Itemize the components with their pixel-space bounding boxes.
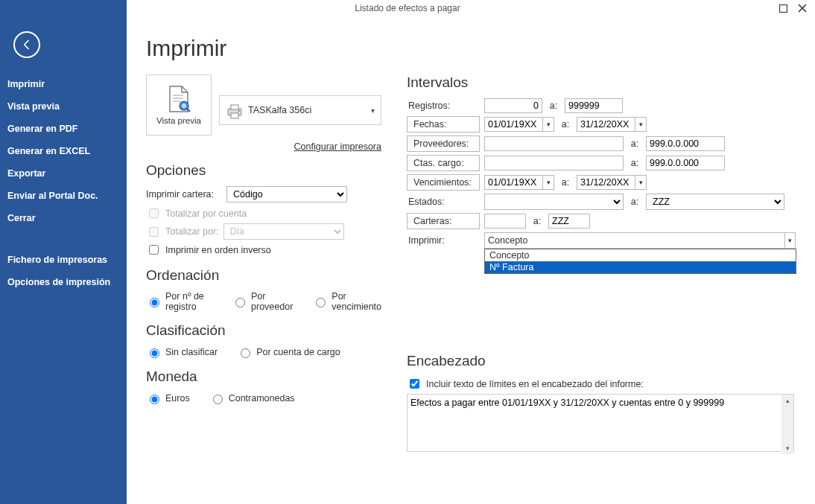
imprimir-orden-inverso-checkbox[interactable] — [149, 245, 159, 255]
imprimir-opt-factura[interactable]: Nº Factura — [485, 261, 796, 273]
opciones-heading: Opciones — [146, 162, 381, 179]
estados-to-select[interactable]: ZZZ — [646, 194, 784, 210]
fechas-from-dropdown[interactable]: ▾ — [542, 117, 554, 132]
svg-point-12 — [238, 110, 240, 112]
svg-rect-10 — [231, 105, 238, 109]
intervalos-heading: Intervalos — [407, 74, 796, 91]
preview-button[interactable]: Vista previa — [146, 74, 212, 135]
chevron-down-icon: ▾ — [371, 106, 375, 115]
radio-euros[interactable]: Euros — [146, 392, 190, 404]
proveedores-to-input[interactable] — [646, 136, 725, 151]
radio-por-proveedor[interactable]: Por proveedor — [232, 291, 293, 312]
configure-printer-link[interactable]: Configurar impresora — [146, 141, 381, 152]
scroll-down-icon[interactable]: ▾ — [781, 442, 793, 454]
printer-icon — [226, 104, 241, 116]
svg-rect-11 — [231, 113, 238, 118]
totalizar-por-checkbox — [149, 227, 159, 237]
imprimir-orden-inverso-label: Imprimir en orden inverso — [165, 245, 271, 255]
imprimir-cartera-select[interactable]: Código — [226, 186, 347, 202]
sidebar-item-cerrar[interactable]: Cerrar — [0, 207, 127, 229]
document-magnifier-icon — [167, 85, 191, 113]
sidebar-item-imprimir[interactable]: Imprimir — [0, 73, 127, 95]
fechas-to-input[interactable] — [577, 117, 635, 132]
imprimir-label: Imprimir: — [407, 234, 480, 247]
ctas-from-input[interactable] — [484, 156, 624, 170]
estados-label: Estados: — [407, 195, 480, 208]
moneda-heading: Moneda — [146, 369, 381, 385]
a-label: a: — [547, 101, 560, 111]
fechas-to-dropdown[interactable]: ▾ — [635, 117, 647, 132]
encabezado-heading: Encabezado — [407, 353, 796, 369]
sidebar-item-generar-excel[interactable]: Generar en EXCEL — [0, 140, 127, 162]
imprimir-listbox[interactable]: Concepto Nº Factura — [484, 249, 796, 274]
venc-from-input[interactable] — [484, 175, 542, 190]
radio-contramonedas[interactable]: Contramonedas — [209, 392, 295, 404]
registros-label: Registros: — [407, 99, 480, 112]
back-button[interactable] — [13, 31, 40, 58]
radio-por-cuenta-cargo[interactable]: Por cuenta de cargo — [237, 346, 340, 358]
sidebar-item-enviar-portal[interactable]: Enviar al Portal Doc. — [0, 185, 127, 207]
svg-point-7 — [182, 103, 186, 108]
imprimir-cartera-label: Imprimir cartera: — [146, 189, 221, 200]
sidebar-item-fichero-impresoras[interactable]: Fichero de impresoras — [0, 249, 127, 271]
totalizar-por-cuenta-checkbox — [149, 208, 159, 218]
fechas-button[interactable]: Fechas: — [407, 116, 480, 133]
textarea-scrollbar[interactable]: ▴ ▾ — [781, 395, 793, 454]
registros-to-input[interactable] — [565, 98, 623, 113]
registros-from-input[interactable] — [484, 98, 542, 113]
proveedores-button[interactable]: Proveedores: — [407, 135, 480, 152]
a-label: a: — [628, 138, 641, 149]
carteras-button[interactable]: Carteras: — [407, 213, 480, 229]
estados-from-select[interactable] — [484, 194, 624, 210]
sidebar-item-opciones-impresion[interactable]: Opciones de impresión — [0, 271, 127, 293]
radio-sin-clasificar[interactable]: Sin clasificar — [146, 346, 218, 358]
chevron-down-icon: ▾ — [784, 233, 792, 248]
preview-label: Vista previa — [156, 116, 201, 125]
printer-name: TASKalfa 356ci — [248, 105, 311, 115]
carteras-from-input[interactable] — [484, 214, 526, 229]
incluir-texto-checkbox[interactable] — [410, 379, 419, 389]
venc-to-dropdown[interactable]: ▾ — [635, 175, 647, 190]
ordenacion-heading: Ordenación — [146, 267, 381, 284]
sidebar-item-exportar[interactable]: Exportar — [0, 162, 127, 185]
imprimir-opt-concepto[interactable]: Concepto — [485, 249, 796, 261]
printer-select[interactable]: TASKalfa 356ci ▾ — [219, 95, 381, 125]
sidebar-item-vista-previa[interactable]: Vista previa — [0, 95, 127, 118]
encabezado-textarea[interactable] — [407, 394, 794, 452]
totalizar-por-select: Día — [223, 223, 344, 240]
a-label: a: — [559, 177, 572, 188]
fechas-from-input[interactable] — [484, 117, 542, 132]
radio-por-registro[interactable]: Por nº de registro — [146, 291, 212, 312]
carteras-to-input[interactable] — [548, 214, 590, 229]
a-label: a: — [559, 119, 572, 130]
vencimientos-button[interactable]: Vencimientos: — [407, 174, 480, 191]
ctas-to-input[interactable] — [646, 156, 725, 170]
totalizar-por-label: Totalizar por: — [165, 226, 219, 237]
incluir-texto-label: Incluir texto de límites en el encabezad… — [426, 379, 644, 389]
sidebar-item-generar-pdf[interactable]: Generar en PDF — [0, 118, 127, 140]
venc-from-dropdown[interactable]: ▾ — [542, 175, 554, 190]
proveedores-from-input[interactable] — [484, 136, 624, 151]
page-title: Imprimir — [146, 36, 796, 61]
scroll-up-icon[interactable]: ▴ — [781, 395, 793, 406]
ctas-cargo-button[interactable]: Ctas. cargo: — [407, 155, 480, 171]
venc-to-input[interactable] — [577, 175, 635, 190]
a-label: a: — [628, 158, 641, 168]
radio-por-vencimiento[interactable]: Por vencimiento — [312, 291, 381, 312]
imprimir-combo[interactable]: Concepto ▾ — [484, 232, 796, 249]
a-label: a: — [628, 197, 641, 207]
a-label: a: — [530, 216, 544, 226]
clasificacion-heading: Clasificación — [146, 322, 381, 339]
totalizar-por-cuenta-label: Totalizar por cuenta — [165, 208, 247, 219]
